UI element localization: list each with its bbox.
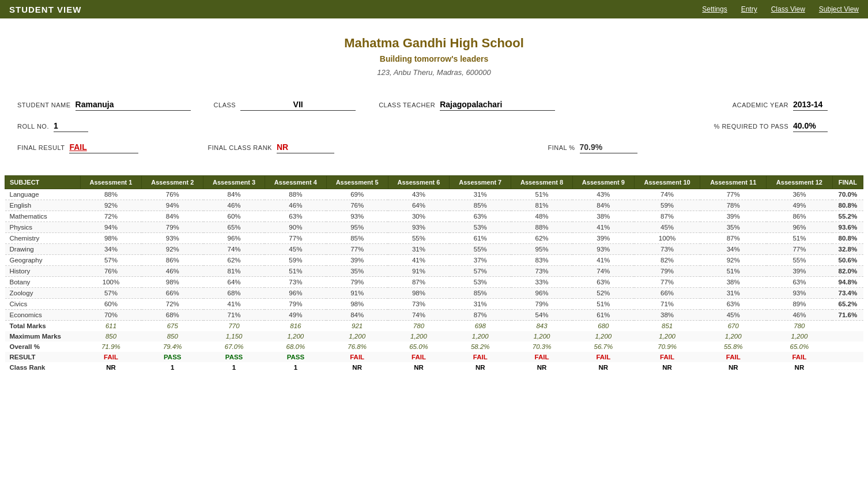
summary-cell: NR xyxy=(700,362,767,373)
academic-year-value: 2013-14 xyxy=(793,100,828,111)
summary-cell: 670 xyxy=(700,321,767,332)
final-pct-value: 70.9% xyxy=(580,142,637,153)
cell-assessment: 41% xyxy=(388,255,450,266)
cell-final: 80.8% xyxy=(832,233,863,244)
cell-assessment: 79% xyxy=(511,299,573,310)
nav-subject-view[interactable]: Subject View xyxy=(819,5,859,13)
cell-assessment: 74% xyxy=(388,310,450,321)
label-roll: ROLL NO. xyxy=(17,123,49,130)
cell-assessment: 77% xyxy=(634,277,700,288)
cell-assessment: 77% xyxy=(767,244,833,255)
cell-assessment: 73% xyxy=(634,244,700,255)
summary-cell: 1 xyxy=(265,362,326,373)
table-row: Language88%76%84%88%69%43%31%51%43%74%77… xyxy=(5,189,863,200)
label-final-result: FINAL RESULT xyxy=(17,144,65,151)
cell-assessment: 39% xyxy=(572,233,634,244)
cell-assessment: 85% xyxy=(326,233,388,244)
marks-table: SUBJECT Assessment 1 Assessment 2 Assess… xyxy=(5,175,863,373)
cell-assessment: 51% xyxy=(511,189,573,200)
cell-assessment: 41% xyxy=(572,222,634,233)
table-row: Chemistry98%93%96%77%85%55%61%62%39%100%… xyxy=(5,233,863,244)
table-row: Mathematics72%84%60%63%93%30%63%48%38%87… xyxy=(5,211,863,222)
cell-assessment: 63% xyxy=(450,211,511,222)
summary-cell: 1,200 xyxy=(511,331,573,341)
summary-cell: 1,200 xyxy=(767,331,833,341)
summary-label: RESULT xyxy=(5,352,81,362)
cell-assessment: 98% xyxy=(142,277,203,288)
cell-assessment: 84% xyxy=(203,189,265,200)
school-motto: Building tomorrow's leaders xyxy=(0,54,868,63)
cell-assessment: 46% xyxy=(142,266,203,277)
summary-cell: NR xyxy=(767,362,833,373)
summary-cell-final xyxy=(832,321,863,332)
summary-cell: 1 xyxy=(142,362,203,373)
summary-cell: 1,200 xyxy=(572,331,634,341)
summary-cell-final xyxy=(832,362,863,373)
cell-assessment: 69% xyxy=(326,189,388,200)
table-row: Botany100%98%64%73%79%87%53%33%63%77%38%… xyxy=(5,277,863,288)
info-row-2: ROLL NO. 1 % REQUIRED TO PASS 40.0% xyxy=(17,121,851,132)
summary-cell: 67.0% xyxy=(203,341,265,352)
cell-assessment: 45% xyxy=(634,222,700,233)
cell-final: 65.2% xyxy=(832,299,863,310)
school-name: Mahatma Gandhi High School xyxy=(0,36,868,51)
cell-subject: Zoology xyxy=(5,288,81,299)
cell-assessment: 88% xyxy=(265,189,326,200)
cell-assessment: 62% xyxy=(511,233,573,244)
summary-cell: FAIL xyxy=(326,352,388,362)
cell-assessment: 30% xyxy=(388,211,450,222)
summary-cell: NR xyxy=(634,362,700,373)
cell-assessment: 55% xyxy=(767,255,833,266)
summary-cell: 611 xyxy=(80,321,142,332)
info-row-1: STUDENT NAME Ramanuja CLASS VII CLASS TE… xyxy=(17,100,851,111)
summary-cell: NR xyxy=(80,362,142,373)
cell-assessment: 83% xyxy=(511,255,573,266)
student-info: STUDENT NAME Ramanuja CLASS VII CLASS TE… xyxy=(0,82,868,170)
cell-assessment: 38% xyxy=(572,211,634,222)
cell-assessment: 87% xyxy=(634,211,700,222)
cell-assessment: 62% xyxy=(203,255,265,266)
summary-cell: 76.8% xyxy=(326,341,388,352)
cell-assessment: 51% xyxy=(700,266,767,277)
summary-cell: 1,200 xyxy=(265,331,326,341)
cell-assessment: 31% xyxy=(450,189,511,200)
cell-subject: Physics xyxy=(5,222,81,233)
col-a11: Assessment 11 xyxy=(700,176,767,189)
cell-assessment: 87% xyxy=(450,310,511,321)
cell-assessment: 51% xyxy=(265,266,326,277)
cell-final: 80.8% xyxy=(832,200,863,211)
summary-cell: 850 xyxy=(80,331,142,341)
cell-assessment: 54% xyxy=(511,310,573,321)
cell-assessment: 39% xyxy=(700,211,767,222)
nav-class-view[interactable]: Class View xyxy=(771,5,805,13)
nav-entry[interactable]: Entry xyxy=(741,5,757,13)
cell-assessment: 100% xyxy=(634,233,700,244)
cell-assessment: 35% xyxy=(326,266,388,277)
cell-assessment: 64% xyxy=(203,277,265,288)
cell-assessment: 98% xyxy=(80,233,142,244)
cell-assessment: 77% xyxy=(700,189,767,200)
summary-label: Maximum Marks xyxy=(5,331,81,341)
label-teacher: CLASS TEACHER xyxy=(379,102,435,108)
table-row: Economics70%68%71%49%84%74%87%54%61%38%4… xyxy=(5,310,863,321)
summary-cell-final xyxy=(832,341,863,352)
summary-cell: 1,200 xyxy=(326,331,388,341)
cell-assessment: 63% xyxy=(265,211,326,222)
cell-subject: English xyxy=(5,200,81,211)
summary-cell: FAIL xyxy=(634,352,700,362)
cell-assessment: 71% xyxy=(203,310,265,321)
cell-assessment: 66% xyxy=(634,288,700,299)
cell-assessment: 36% xyxy=(767,189,833,200)
cell-assessment: 94% xyxy=(142,200,203,211)
cell-assessment: 98% xyxy=(326,299,388,310)
summary-cell: 1,200 xyxy=(634,331,700,341)
summary-label: Overall % xyxy=(5,341,81,352)
summary-cell: 770 xyxy=(203,321,265,332)
cell-assessment: 84% xyxy=(142,211,203,222)
cell-assessment: 66% xyxy=(142,288,203,299)
col-a5: Assessment 5 xyxy=(326,176,388,189)
col-a6: Assessment 6 xyxy=(388,176,450,189)
class-value: VII xyxy=(240,100,356,111)
cell-assessment: 93% xyxy=(388,222,450,233)
nav-settings[interactable]: Settings xyxy=(702,5,727,13)
